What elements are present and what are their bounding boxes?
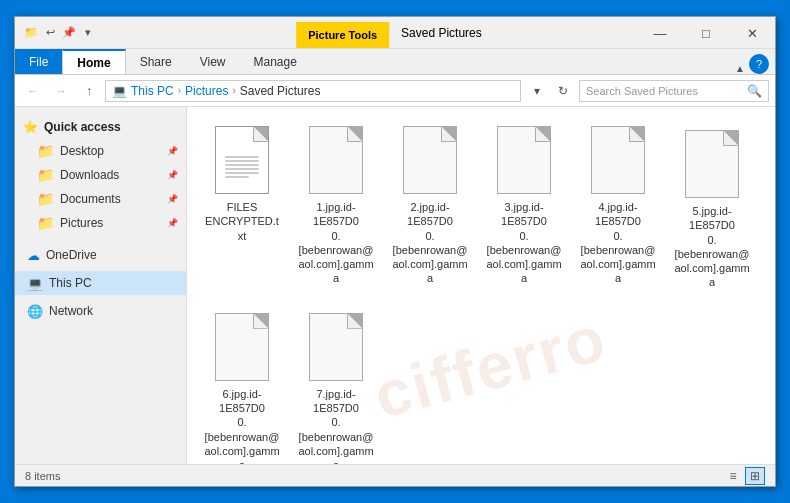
file-icon-encrypted bbox=[210, 123, 274, 197]
tab-view[interactable]: View bbox=[186, 49, 240, 74]
doc-shape-2 bbox=[403, 126, 457, 194]
file-label-3: 3.jpg.id-1E857D00.[bebenrowan@aol.com].g… bbox=[485, 200, 563, 286]
details-view-button[interactable]: ≡ bbox=[723, 467, 743, 485]
file-view: cifferro bbox=[187, 107, 775, 464]
picture-tools-tab[interactable]: Picture Tools bbox=[296, 22, 389, 48]
pin-downloads-icon: 📌 bbox=[167, 170, 178, 180]
pin-desktop-icon: 📌 bbox=[167, 146, 178, 156]
pc-breadcrumb-icon: 💻 bbox=[112, 84, 127, 98]
file-item-4[interactable]: 4.jpg.id-1E857D00.[bebenrowan@aol.com].g… bbox=[575, 119, 661, 294]
close-button[interactable]: ✕ bbox=[729, 17, 775, 49]
title-bar: 📁 ↩ 📌 ▾ Picture Tools Saved Pictures — □… bbox=[15, 17, 775, 49]
search-box[interactable]: Search Saved Pictures 🔍 bbox=[579, 80, 769, 102]
folder-desktop-icon: 📁 bbox=[37, 143, 54, 159]
file-label-encrypted: FILES ENCRYPTED.txt bbox=[203, 200, 281, 243]
file-label-7: 7.jpg.id-1E857D00.[bebenrowan@aol.com].g… bbox=[297, 387, 375, 464]
address-bar-actions: ▾ ↻ bbox=[525, 79, 575, 103]
breadcrumb-pictures[interactable]: Pictures bbox=[185, 84, 228, 98]
refresh-button[interactable]: ↻ bbox=[551, 79, 575, 103]
help-button[interactable]: ? bbox=[749, 54, 769, 74]
folder-pictures-icon: 📁 bbox=[37, 215, 54, 231]
ribbon-tabs: File Home Share View Manage ▲ ? bbox=[15, 49, 775, 75]
file-icon-6 bbox=[210, 310, 274, 384]
network-icon: 🌐 bbox=[27, 304, 43, 319]
file-icon-2 bbox=[398, 123, 462, 197]
pin-icon[interactable]: 📌 bbox=[61, 25, 77, 41]
folder-documents-icon: 📁 bbox=[37, 191, 54, 207]
sidebar-item-documents[interactable]: 📁 Documents 📌 bbox=[15, 187, 186, 211]
folder-downloads-icon: 📁 bbox=[37, 167, 54, 183]
sidebar-item-onedrive[interactable]: ☁ OneDrive bbox=[15, 243, 186, 267]
sidebar-item-downloads[interactable]: 📁 Downloads 📌 bbox=[15, 163, 186, 187]
sidebar-item-thispc[interactable]: 💻 This PC bbox=[15, 271, 186, 295]
folder-titlebar-icon: 📁 bbox=[23, 25, 39, 41]
explorer-window: 📁 ↩ 📌 ▾ Picture Tools Saved Pictures — □… bbox=[14, 16, 776, 487]
status-bar: 8 items ≡ ⊞ bbox=[15, 464, 775, 486]
file-icon-1 bbox=[304, 123, 368, 197]
breadcrumb: 💻 This PC › Pictures › Saved Pictures bbox=[105, 80, 521, 102]
file-icon-4 bbox=[586, 123, 650, 197]
thispc-icon: 💻 bbox=[27, 276, 43, 291]
doc-shape-3 bbox=[497, 126, 551, 194]
file-icon-3 bbox=[492, 123, 556, 197]
doc-shape-6 bbox=[215, 313, 269, 381]
file-item-1[interactable]: 1.jpg.id-1E857D00.[bebenrowan@aol.com].g… bbox=[293, 119, 379, 294]
doc-shape-5 bbox=[685, 130, 739, 198]
file-icon-7 bbox=[304, 310, 368, 384]
dropdown-icon[interactable]: ▾ bbox=[80, 25, 96, 41]
tab-manage[interactable]: Manage bbox=[240, 49, 311, 74]
large-icons-view-button[interactable]: ⊞ bbox=[745, 467, 765, 485]
sidebar-quick-access: ⭐ Quick access bbox=[15, 115, 186, 139]
up-button[interactable]: ↑ bbox=[77, 79, 101, 103]
sidebar-item-pictures[interactable]: 📁 Pictures 📌 bbox=[15, 211, 186, 235]
forward-button[interactable]: → bbox=[49, 79, 73, 103]
tab-home[interactable]: Home bbox=[62, 49, 125, 74]
title-bar-left: 📁 ↩ 📌 ▾ bbox=[15, 17, 96, 48]
watermark-text: cifferro bbox=[366, 301, 614, 434]
tab-file[interactable]: File bbox=[15, 49, 62, 74]
pin-pictures-icon: 📌 bbox=[167, 218, 178, 228]
breadcrumb-thispc[interactable]: This PC bbox=[131, 84, 174, 98]
title-bar-controls: — □ ✕ bbox=[637, 17, 775, 49]
onedrive-icon: ☁ bbox=[27, 248, 40, 263]
file-item-6[interactable]: 6.jpg.id-1E857D00.[bebenrowan@aol.com].g… bbox=[199, 306, 285, 464]
title-tab-area: Picture Tools Saved Pictures bbox=[296, 17, 494, 48]
address-bar: ← → ↑ 💻 This PC › Pictures › Saved Pictu… bbox=[15, 75, 775, 107]
doc-shape-4 bbox=[591, 126, 645, 194]
main-area: ⭐ Quick access 📁 Desktop 📌 📁 Downloads 📌… bbox=[15, 107, 775, 464]
maximize-button[interactable]: □ bbox=[683, 17, 729, 49]
breadcrumb-sep-2: › bbox=[232, 85, 235, 96]
sidebar-item-network[interactable]: 🌐 Network bbox=[15, 299, 186, 323]
dropdown-breadcrumb-button[interactable]: ▾ bbox=[525, 79, 549, 103]
item-count: 8 items bbox=[25, 470, 60, 482]
quick-access-icon: ⭐ bbox=[23, 120, 38, 134]
ribbon-expand-button[interactable]: ▲ bbox=[735, 63, 745, 74]
undo-icon[interactable]: ↩ bbox=[42, 25, 58, 41]
file-item-7[interactable]: 7.jpg.id-1E857D00.[bebenrowan@aol.com].g… bbox=[293, 306, 379, 464]
breadcrumb-saved-pictures: Saved Pictures bbox=[240, 84, 321, 98]
search-icon[interactable]: 🔍 bbox=[747, 84, 762, 98]
view-controls: ≡ ⊞ bbox=[723, 467, 765, 485]
tab-share[interactable]: Share bbox=[126, 49, 186, 74]
doc-shape-encrypted bbox=[215, 126, 269, 194]
pin-documents-icon: 📌 bbox=[167, 194, 178, 204]
doc-shape-7 bbox=[309, 313, 363, 381]
doc-shape-1 bbox=[309, 126, 363, 194]
breadcrumb-sep-1: › bbox=[178, 85, 181, 96]
sidebar-item-desktop[interactable]: 📁 Desktop 📌 bbox=[15, 139, 186, 163]
file-label-1: 1.jpg.id-1E857D00.[bebenrowan@aol.com].g… bbox=[297, 200, 375, 286]
file-label-4: 4.jpg.id-1E857D00.[bebenrowan@aol.com].g… bbox=[579, 200, 657, 286]
minimize-button[interactable]: — bbox=[637, 17, 683, 49]
file-item-3[interactable]: 3.jpg.id-1E857D00.[bebenrowan@aol.com].g… bbox=[481, 119, 567, 294]
search-placeholder: Search Saved Pictures bbox=[586, 85, 698, 97]
back-button[interactable]: ← bbox=[21, 79, 45, 103]
file-item-5[interactable]: 5.jpg.id-1E857D00.[bebenrowan@aol.com].g… bbox=[669, 123, 755, 294]
file-label-6: 6.jpg.id-1E857D00.[bebenrowan@aol.com].g… bbox=[203, 387, 281, 464]
file-item-encrypted[interactable]: FILES ENCRYPTED.txt bbox=[199, 119, 285, 294]
window-title: Saved Pictures bbox=[389, 17, 494, 48]
quick-access-icons: 📁 ↩ 📌 ▾ bbox=[23, 25, 96, 41]
chevron-up-icon: ▲ bbox=[735, 63, 745, 74]
file-item-2[interactable]: 2.jpg.id-1E857D00.[bebenrowan@aol.com].g… bbox=[387, 119, 473, 294]
file-icon-5 bbox=[680, 127, 744, 201]
sidebar: ⭐ Quick access 📁 Desktop 📌 📁 Downloads 📌… bbox=[15, 107, 187, 464]
